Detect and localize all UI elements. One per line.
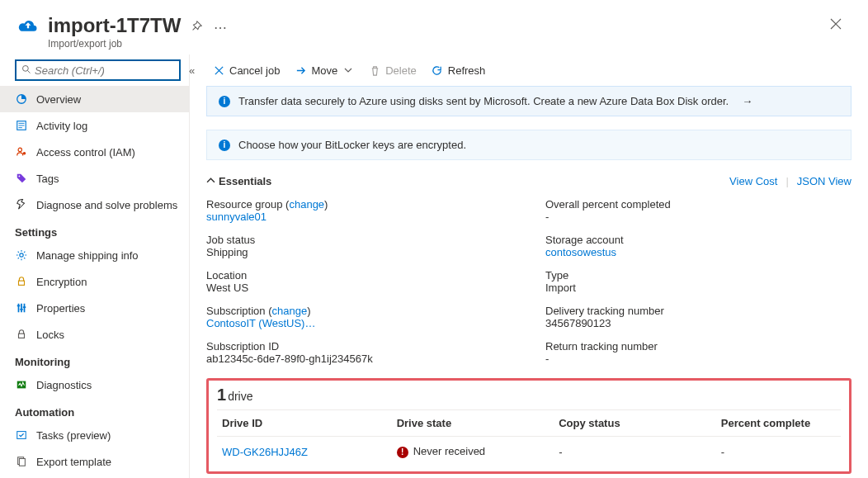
svg-rect-17 (23, 307, 26, 309)
col-copy-status: Copy status (554, 410, 716, 437)
subscription-id-value: ab12345c-6de7-89f0-gh1ij234567k (206, 353, 512, 365)
sidebar-item-shipping[interactable]: Manage shipping info (0, 242, 189, 268)
svg-rect-18 (19, 334, 25, 338)
sidebar-item-export-template[interactable]: Export template (0, 448, 189, 475)
tasks-icon (15, 428, 28, 442)
svg-point-7 (18, 149, 21, 152)
activity-log-icon (15, 119, 28, 132)
view-cost-link[interactable]: View Cost (729, 175, 777, 187)
sidebar-item-diagnose[interactable]: Diagnose and solve problems (0, 192, 189, 218)
col-drive-state: Drive state (392, 410, 554, 437)
job-status-value: Shipping (206, 246, 512, 258)
return-label: Return tracking number (545, 340, 851, 353)
pin-icon[interactable] (191, 21, 202, 35)
nav-heading-monitoring: Monitoring (0, 348, 189, 372)
subscription-label: Subscription (change) (206, 305, 512, 317)
col-drive-id: Drive ID (217, 410, 392, 437)
location-value: West US (206, 282, 512, 294)
sidebar-item-label: Access control (IAM) (36, 146, 135, 159)
info-icon: i (219, 96, 230, 107)
location-label: Location (206, 269, 512, 282)
sidebar-item-label: Export template (36, 456, 111, 468)
json-view-link[interactable]: JSON View (797, 175, 851, 187)
cancel-job-button[interactable]: Cancel job (206, 61, 286, 80)
storage-label: Storage account (545, 234, 851, 246)
trash-icon (369, 64, 380, 76)
sidebar-item-label: Diagnostics (36, 379, 92, 391)
lock-icon (15, 275, 28, 288)
storage-value[interactable]: contosowestus (545, 246, 851, 258)
banner-text: Choose how your BitLocker keys are encry… (238, 139, 466, 151)
diagnostics-icon (15, 378, 28, 391)
refresh-icon (432, 64, 443, 76)
page-subtitle: Import/export job (48, 38, 181, 50)
drive-section-highlighted: 1drive Drive ID Drive state Copy status … (206, 378, 851, 474)
nav-heading-automation: Automation (0, 398, 189, 422)
resource-type-icon (17, 15, 40, 38)
resource-group-value[interactable]: sunnyvale01 (206, 211, 512, 223)
refresh-button[interactable]: Refresh (425, 61, 493, 80)
svg-rect-12 (18, 304, 20, 313)
close-icon[interactable] (825, 13, 847, 37)
sidebar-item-tags[interactable]: Tags (0, 165, 189, 192)
info-icon: i (219, 140, 230, 151)
delete-button: Delete (362, 61, 423, 80)
return-value: - (545, 353, 851, 365)
subscription-value[interactable]: ContosoIT (WestUS)… (206, 317, 512, 329)
svg-rect-22 (19, 459, 25, 466)
svg-point-9 (19, 176, 21, 177)
sidebar-item-label: Tasks (preview) (36, 429, 111, 442)
sidebar-search[interactable] (15, 59, 181, 81)
change-subscription-link[interactable]: change (272, 305, 308, 317)
chevron-down-icon (342, 64, 354, 76)
sidebar-item-encryption[interactable]: Encryption (0, 268, 189, 295)
x-icon (213, 64, 224, 76)
sidebar-item-label: Diagnose and solve problems (36, 199, 177, 211)
lock-closed-icon (15, 328, 28, 341)
sidebar-item-label: Tags (36, 173, 59, 185)
properties-icon (15, 301, 28, 315)
sidebar-item-properties[interactable]: Properties (0, 295, 189, 321)
sidebar-item-overview[interactable]: Overview (0, 86, 189, 112)
move-button[interactable]: Move (288, 61, 361, 80)
drive-word: drive (228, 390, 252, 403)
export-template-icon (15, 455, 28, 468)
type-value: Import (545, 282, 851, 294)
drive-id-link[interactable]: WD-GK26HJJ46Z (222, 446, 308, 458)
essentials-toggle[interactable]: Essentials (206, 175, 271, 187)
change-resource-group-link[interactable]: change (289, 198, 324, 211)
drive-table: Drive ID Drive state Copy status Percent… (217, 409, 841, 461)
error-icon: ! (397, 447, 408, 458)
svg-point-0 (23, 65, 29, 71)
svg-point-10 (20, 253, 23, 257)
svg-rect-19 (17, 381, 26, 389)
search-input[interactable] (35, 64, 174, 77)
delivery-value: 34567890123 (545, 317, 851, 329)
sidebar-item-label: Overview (36, 93, 81, 106)
sidebar-item-label: Activity log (36, 120, 87, 132)
overall-pct-value: - (545, 211, 851, 223)
sidebar-item-locks[interactable]: Locks (0, 321, 189, 348)
info-banner-databox[interactable]: i Transfer data securely to Azure using … (206, 86, 851, 116)
drive-count: 1 (217, 386, 226, 404)
col-pct-complete: Percent complete (716, 410, 841, 437)
main: Cancel job Move Delete Refresh (190, 54, 868, 478)
info-banner-bitlocker[interactable]: i Choose how your BitLocker keys are enc… (206, 130, 851, 160)
sidebar-item-tasks[interactable]: Tasks (preview) (0, 422, 189, 448)
svg-rect-20 (17, 432, 26, 439)
sidebar-item-iam[interactable]: Access control (IAM) (0, 139, 189, 165)
overall-pct-label: Overall percent completed (545, 198, 851, 211)
sidebar-item-activity-log[interactable]: Activity log (0, 112, 189, 139)
sidebar-item-diagnostics[interactable]: Diagnostics (0, 372, 189, 398)
diagnose-icon (15, 198, 28, 211)
arrow-right-icon: → (742, 95, 752, 107)
delivery-label: Delivery tracking number (545, 305, 851, 317)
sidebar-item-label: Properties (36, 302, 85, 315)
sidebar: « Overview Activity log Access control (… (0, 54, 190, 478)
drive-state-value: Never received (413, 445, 485, 457)
svg-rect-11 (19, 282, 25, 286)
iam-icon (15, 145, 28, 159)
job-status-label: Job status (206, 234, 512, 246)
more-icon[interactable]: ⋯ (214, 20, 228, 35)
sidebar-item-label: Encryption (36, 276, 87, 288)
